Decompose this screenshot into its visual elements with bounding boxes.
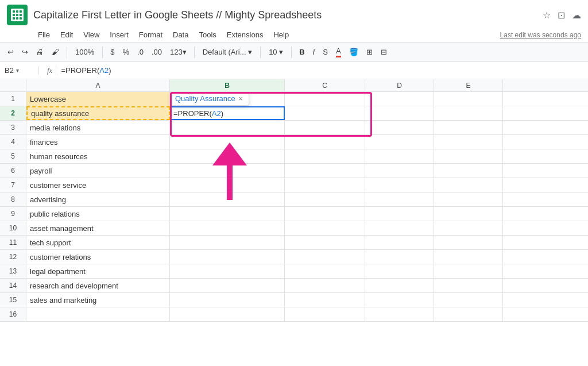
cell-d9[interactable] (365, 207, 434, 221)
cell-a16[interactable] (26, 307, 170, 321)
zoom-dropdown[interactable]: 100% (72, 46, 98, 58)
cell-a8[interactable]: advertising (26, 192, 170, 206)
cell-c14[interactable] (285, 279, 365, 292)
cell-d2[interactable] (365, 106, 434, 120)
cell-e8[interactable] (434, 192, 503, 206)
strikethrough-button[interactable]: S (320, 46, 331, 58)
cell-a13[interactable]: legal department (26, 264, 170, 278)
cell-b11[interactable] (170, 236, 285, 249)
cell-b14[interactable] (170, 279, 285, 292)
cell-a15[interactable]: sales and marketing (26, 293, 170, 307)
cell-c9[interactable] (285, 207, 365, 221)
print-button[interactable]: 🖨 (33, 46, 47, 58)
cell-d6[interactable] (365, 164, 434, 178)
autocomplete-close-button[interactable]: × (239, 95, 243, 103)
fill-color-button[interactable]: 🪣 (346, 46, 361, 58)
cell-d3[interactable] (365, 121, 434, 134)
cell-a14[interactable]: research and development (26, 279, 170, 292)
cell-a4[interactable]: finances (26, 135, 170, 149)
percent-button[interactable]: % (119, 46, 132, 58)
cell-e2[interactable] (434, 106, 503, 120)
cell-d10[interactable] (365, 221, 434, 235)
undo-button[interactable]: ↩ (5, 46, 17, 58)
underline-color-button[interactable]: A (333, 45, 344, 59)
cell-e16[interactable] (434, 307, 503, 321)
star-icon[interactable]: ☆ (543, 10, 551, 21)
cell-a11[interactable]: tech support (26, 236, 170, 249)
cell-d15[interactable] (365, 293, 434, 307)
col-header-e[interactable]: E (434, 79, 503, 91)
cell-b9[interactable] (170, 207, 285, 221)
cell-a6[interactable]: payroll (26, 164, 170, 178)
cell-b15[interactable] (170, 293, 285, 307)
cell-c8[interactable] (285, 192, 365, 206)
cell-d8[interactable] (365, 192, 434, 206)
cell-a10[interactable]: asset management (26, 221, 170, 235)
cell-a5[interactable]: human resources (26, 149, 170, 163)
cell-c16[interactable] (285, 307, 365, 321)
cell-e15[interactable] (434, 293, 503, 307)
cell-ref-dropdown[interactable]: ▾ (16, 67, 19, 74)
font-dropdown[interactable]: Default (Ari... ▾ (199, 46, 256, 58)
formula-display[interactable]: =PROPER(A2) (61, 66, 583, 75)
cell-c3[interactable] (285, 121, 365, 134)
cell-d1[interactable] (365, 92, 434, 106)
cell-b3[interactable] (170, 121, 285, 134)
cell-e10[interactable] (434, 221, 503, 235)
col-header-a[interactable]: A (26, 79, 170, 91)
cell-b7[interactable] (170, 178, 285, 192)
menu-tools[interactable]: Tools (194, 29, 220, 41)
cell-e1[interactable] (434, 92, 503, 106)
cell-c15[interactable] (285, 293, 365, 307)
cell-e6[interactable] (434, 164, 503, 178)
cell-a1[interactable]: Lowercase (26, 92, 170, 106)
menu-file[interactable]: File (33, 29, 55, 41)
cell-c12[interactable] (285, 250, 365, 264)
cell-c11[interactable] (285, 236, 365, 249)
cell-c1[interactable] (285, 92, 365, 106)
cell-d16[interactable] (365, 307, 434, 321)
col-header-d[interactable]: D (365, 79, 434, 91)
cell-e7[interactable] (434, 178, 503, 192)
cell-e12[interactable] (434, 250, 503, 264)
cell-d13[interactable] (365, 264, 434, 278)
cell-e9[interactable] (434, 207, 503, 221)
cell-e3[interactable] (434, 121, 503, 134)
cell-c6[interactable] (285, 164, 365, 178)
cell-c13[interactable] (285, 264, 365, 278)
cell-a7[interactable]: customer service (26, 178, 170, 192)
col-header-c[interactable]: C (285, 79, 365, 91)
folder-icon[interactable]: ⊡ (558, 10, 565, 21)
cell-b12[interactable] (170, 250, 285, 264)
menu-insert[interactable]: Insert (105, 29, 133, 41)
cell-d12[interactable] (365, 250, 434, 264)
cell-b10[interactable] (170, 221, 285, 235)
cell-d11[interactable] (365, 236, 434, 249)
format-123-button[interactable]: 123▾ (167, 46, 189, 58)
cell-c5[interactable] (285, 149, 365, 163)
cell-e4[interactable] (434, 135, 503, 149)
cell-c2[interactable] (285, 106, 365, 120)
cell-b8[interactable] (170, 192, 285, 206)
cell-a3[interactable]: media relations (26, 121, 170, 134)
cell-d5[interactable] (365, 149, 434, 163)
italic-button[interactable]: I (310, 46, 318, 58)
font-size-dropdown[interactable]: 10 ▾ (265, 46, 287, 58)
cell-b5[interactable] (170, 149, 285, 163)
cloud-icon[interactable]: ☁ (572, 10, 581, 21)
cell-a12[interactable]: customer relations (26, 250, 170, 264)
last-edit-status[interactable]: Last edit was seconds ago (500, 31, 581, 39)
cell-e5[interactable] (434, 149, 503, 163)
cell-b16[interactable] (170, 307, 285, 321)
menu-data[interactable]: Data (168, 29, 193, 41)
cell-b4[interactable] (170, 135, 285, 149)
decimal-decrease-button[interactable]: .0 (134, 46, 146, 58)
cell-b2[interactable]: =PROPER(A2) Quality Assurance × (170, 106, 285, 120)
menu-extensions[interactable]: Extensions (222, 29, 268, 41)
cell-c10[interactable] (285, 221, 365, 235)
cell-e14[interactable] (434, 279, 503, 292)
merge-button[interactable]: ⊟ (378, 46, 390, 58)
cell-c7[interactable] (285, 178, 365, 192)
menu-edit[interactable]: Edit (56, 29, 78, 41)
cell-reference[interactable]: B2 ▾ (5, 66, 39, 75)
